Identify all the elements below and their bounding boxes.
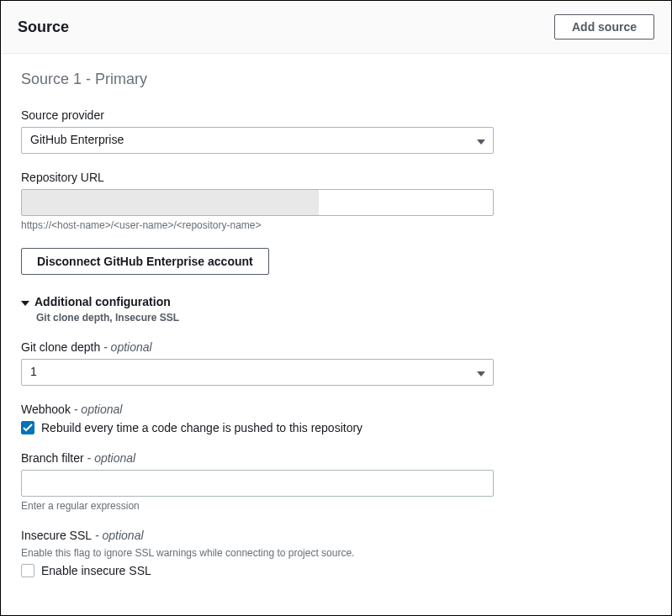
additional-config-toggle[interactable]: Additional configuration — [21, 295, 651, 308]
panel-content: Source 1 - Primary Source provider GitHu… — [1, 54, 671, 611]
source-subtitle: Source 1 - Primary — [21, 71, 651, 88]
source-panel: Source Add source Source 1 - Primary Sou… — [0, 0, 672, 616]
insecure-ssl-label: Insecure SSL - optional — [21, 529, 651, 542]
repo-url-field: Repository URL https://<host-name>/<user… — [21, 171, 651, 231]
branch-filter-label: Branch filter - optional — [21, 451, 651, 465]
repo-url-input[interactable] — [21, 189, 494, 216]
panel-title: Source — [18, 18, 69, 36]
source-provider-label: Source provider — [21, 108, 651, 122]
webhook-field: Webhook - optional Rebuild every time a … — [21, 403, 651, 434]
webhook-label: Webhook - optional — [21, 403, 651, 416]
insecure-ssl-help: Enable this flag to ignore SSL warnings … — [21, 547, 651, 559]
additional-config-subtitle: Git clone depth, Insecure SSL — [36, 312, 651, 324]
insecure-ssl-checkbox-label: Enable insecure SSL — [41, 564, 151, 577]
insecure-ssl-field: Insecure SSL - optional Enable this flag… — [21, 529, 651, 577]
branch-filter-input[interactable] — [21, 470, 494, 497]
repo-url-help: https://<host-name>/<user-name>/<reposit… — [21, 219, 651, 231]
webhook-checkbox-label: Rebuild every time a code change is push… — [41, 421, 362, 434]
repo-url-label: Repository URL — [21, 171, 651, 184]
disconnect-field: Disconnect GitHub Enterprise account — [21, 248, 651, 275]
insecure-ssl-checkbox[interactable] — [21, 564, 34, 577]
panel-header: Source Add source — [1, 1, 671, 54]
source-provider-select[interactable]: GitHub Enterprise — [21, 127, 494, 154]
additional-config-section: Additional configuration Git clone depth… — [21, 295, 651, 324]
add-source-button[interactable]: Add source — [554, 14, 654, 39]
additional-config-title: Additional configuration — [34, 295, 171, 308]
webhook-checkbox[interactable] — [21, 421, 34, 434]
caret-down-icon — [21, 295, 29, 308]
disconnect-button[interactable]: Disconnect GitHub Enterprise account — [21, 248, 269, 275]
clone-depth-field: Git clone depth - optional 1 — [21, 340, 651, 386]
source-provider-field: Source provider GitHub Enterprise — [21, 108, 651, 154]
clone-depth-label: Git clone depth - optional — [21, 340, 651, 354]
clone-depth-select[interactable]: 1 — [21, 359, 494, 386]
branch-filter-help: Enter a regular expression — [21, 500, 651, 512]
branch-filter-field: Branch filter - optional Enter a regular… — [21, 451, 651, 512]
